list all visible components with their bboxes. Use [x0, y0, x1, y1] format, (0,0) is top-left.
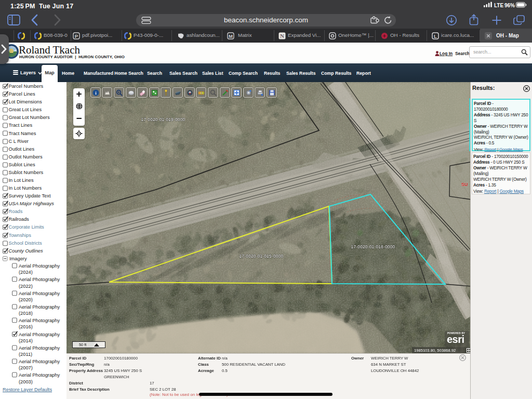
svg-text:P: P [75, 33, 78, 39]
svg-text:L: L [434, 33, 437, 39]
svg-text:M: M [229, 33, 233, 39]
svg-text:N: N [280, 33, 284, 39]
